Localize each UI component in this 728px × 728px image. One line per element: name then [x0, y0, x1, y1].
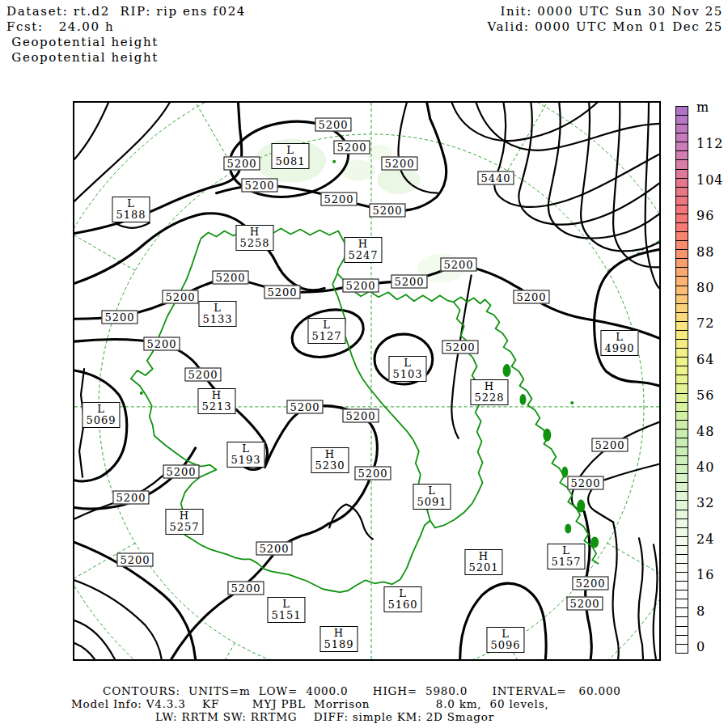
- colorbar-tick-label: 80: [696, 280, 714, 295]
- low-center-marker: L5096: [486, 627, 524, 653]
- contour-label: 5200: [342, 279, 379, 293]
- colorbar-tick-label: 48: [696, 423, 714, 438]
- center-value: 5193: [231, 455, 260, 466]
- low-center-marker: L5133: [198, 301, 236, 327]
- low-center-marker: L5081: [271, 143, 309, 169]
- center-value: 5201: [468, 562, 498, 574]
- high-center-marker: H5213: [197, 388, 235, 414]
- center-value: 5096: [490, 640, 520, 651]
- colorbar-tick-label: 104: [696, 171, 724, 187]
- contour-label: 5200: [112, 491, 149, 505]
- colorbar-tick-label: 0: [696, 639, 705, 654]
- low-center-marker: L5188: [112, 197, 150, 222]
- contour-label: 5200: [184, 368, 221, 382]
- contour-label: 5200: [391, 275, 427, 289]
- low-center-marker: L5127: [307, 318, 345, 344]
- contour-label: 5200: [354, 467, 391, 480]
- contour-label: 5200: [162, 290, 198, 304]
- contour-label: 5200: [241, 179, 277, 193]
- colorbar-tick-label: 40: [696, 459, 714, 475]
- colorbar-tick-label: 16: [696, 567, 714, 582]
- map-panel: 5200520052005200520052005200544052005200…: [73, 101, 661, 661]
- center-value: 5091: [417, 497, 447, 508]
- contour-label: 5200: [163, 465, 199, 479]
- contour-label: 5200: [315, 118, 351, 132]
- contour-label: 5200: [566, 597, 603, 611]
- contour-label: 5200: [572, 577, 608, 590]
- colorbar-tick-label: 24: [696, 531, 714, 546]
- contour-label: 5200: [381, 157, 417, 171]
- center-value: 5230: [315, 460, 345, 472]
- contour-label: 5200: [333, 141, 370, 154]
- colorbar-tick-label: 32: [696, 495, 714, 510]
- contour-label: 5200: [223, 157, 260, 171]
- center-value: 5257: [169, 522, 199, 533]
- contour-label: 5200: [227, 582, 264, 595]
- contour-label: 5200: [513, 290, 549, 304]
- center-value: 5103: [392, 369, 422, 380]
- colorbar-tick-label: 56: [696, 387, 714, 403]
- center-value: 5081: [275, 156, 305, 167]
- rip-model-plot: { "header": { "left": ["Dataset: rt.d2 R…: [0, 0, 728, 728]
- low-center-marker: L4990: [600, 330, 638, 356]
- contour-label: 5200: [591, 438, 628, 452]
- center-value: 5157: [551, 557, 581, 568]
- contour-label: 5200: [256, 542, 292, 556]
- center-value: 5151: [271, 610, 301, 621]
- contour-label: 5200: [442, 341, 478, 354]
- high-center-marker: H5201: [464, 549, 502, 575]
- footer-line-1: CONTOURS: UNITS=m LOW= 4000.0 HIGH= 5980…: [103, 684, 621, 697]
- low-center-marker: L5103: [388, 356, 426, 382]
- low-center-marker: L5193: [226, 442, 265, 468]
- high-center-marker: H5257: [165, 509, 203, 535]
- map-label-layer: 5200520052005200520052005200544052005200…: [74, 103, 659, 659]
- contour-label: 5200: [264, 286, 300, 299]
- header-dataset-info: Dataset: rt.d2 RIP: rip ens f024 Fcst: 2…: [6, 4, 246, 66]
- center-value: 5213: [201, 401, 231, 413]
- center-value: 5133: [202, 314, 232, 325]
- contour-label: 5200: [567, 476, 603, 490]
- high-center-marker: H5230: [311, 447, 349, 473]
- center-value: 5228: [474, 392, 504, 404]
- contour-label: 5200: [143, 337, 180, 351]
- low-center-marker: L5160: [383, 586, 421, 612]
- high-center-marker: H5189: [320, 626, 358, 652]
- high-center-marker: H5228: [470, 379, 508, 405]
- header-time-info: Init: 0000 UTC Sun 30 Nov 25 Valid: 0000…: [488, 4, 723, 35]
- contour-label: 5200: [440, 258, 476, 272]
- footer-line-3: LW: RRTM SW: RRTMG DIFF: simple KM: 2D S…: [155, 710, 494, 723]
- colorbar-unit-label: m: [696, 99, 709, 115]
- colorbar-tick-label: 96: [696, 208, 714, 223]
- low-center-marker: L5151: [267, 597, 305, 623]
- contour-label: 5200: [369, 204, 405, 218]
- contour-label: 5200: [212, 271, 248, 285]
- high-center-marker: H5258: [235, 225, 273, 251]
- center-value: 4990: [604, 343, 634, 354]
- contour-label: 5200: [320, 193, 357, 206]
- center-value: 5189: [324, 639, 353, 650]
- contour-label: 5200: [116, 553, 153, 567]
- low-center-marker: L5157: [547, 544, 585, 569]
- center-value: 5188: [116, 210, 146, 221]
- contour-label: 5440: [477, 171, 514, 185]
- contour-label: 5200: [101, 311, 138, 324]
- colorbar-tick-label: 88: [696, 243, 714, 259]
- colorbar-cell: [675, 644, 688, 654]
- colorbar-tick-label: 64: [696, 351, 714, 366]
- contour-label: 5200: [342, 409, 379, 423]
- high-center-marker: H5247: [344, 237, 382, 263]
- colorbar: [675, 106, 688, 654]
- center-value: 5160: [387, 599, 417, 611]
- low-center-marker: L5069: [82, 402, 120, 428]
- colorbar-tick-label: 112: [696, 136, 724, 151]
- footer-line-2: Model Info: V4.3.3 KF MYJ PBL Morrison 8…: [71, 697, 549, 710]
- contour-label: 5200: [286, 400, 323, 414]
- center-value: 5127: [311, 331, 341, 342]
- center-value: 5069: [86, 415, 116, 426]
- center-value: 5258: [239, 238, 269, 249]
- colorbar-tick-label: 8: [696, 603, 705, 618]
- center-value: 5247: [348, 250, 378, 261]
- colorbar-tick-label: 72: [696, 315, 714, 331]
- low-center-marker: L5091: [413, 484, 451, 510]
